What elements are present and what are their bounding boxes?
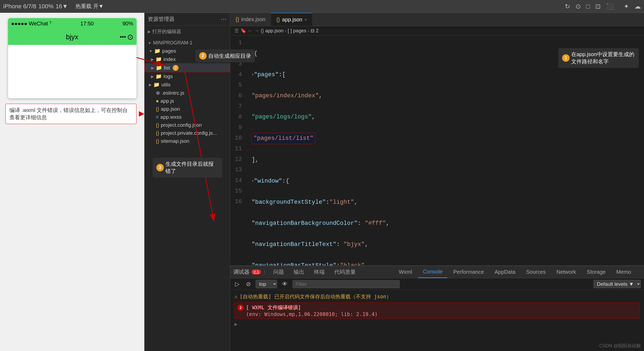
tab-sources[interactable]: Sources bbox=[521, 266, 551, 278]
explorer-menu-icon[interactable]: ⋯ bbox=[221, 16, 227, 23]
phone-content bbox=[8, 45, 137, 98]
debug-stop-button[interactable]: ⊘ bbox=[244, 280, 252, 288]
screenshot-icon[interactable]: ⊡ bbox=[595, 3, 601, 10]
tree-item-index[interactable]: ▶ 📁 index bbox=[145, 55, 230, 63]
sitemap-label: sitemap.json bbox=[161, 138, 190, 144]
scale-label: 100% bbox=[39, 3, 54, 10]
fullscreen-icon[interactable]: ⬛ bbox=[606, 3, 614, 10]
code-line-5: "pages/list/list" bbox=[252, 133, 639, 144]
nav-more: ••• ⊙ bbox=[120, 33, 133, 41]
inspect-icon[interactable]: ✦ bbox=[624, 3, 629, 10]
phone-icon[interactable]: □ bbox=[586, 3, 590, 10]
tab-index-json-icon: {} bbox=[236, 16, 239, 22]
code-line-6: ], bbox=[252, 155, 639, 165]
debugger-sub-tabs: Wxml Console Performance AppData Sources… bbox=[389, 266, 641, 278]
debug-context-select[interactable]: top bbox=[256, 280, 277, 288]
debug-tab-terminal[interactable]: 终端 bbox=[309, 266, 329, 278]
debug-log-warn: ⚠ [自动热重载] 已开启代码文件保存后自动热重载（不支持 json） bbox=[234, 292, 640, 301]
tab-index-json[interactable]: {} index.json bbox=[230, 13, 271, 26]
tree-item-projectprivate[interactable]: {} project.private.config.js... bbox=[145, 129, 230, 137]
tree-item-eslintrc[interactable]: ⊕ .eslintrc.js bbox=[145, 89, 230, 97]
error-line1: [ WXML 文件编译错误] bbox=[246, 304, 301, 311]
debug-level-select[interactable]: Default levels ▼ bbox=[593, 280, 641, 288]
tab-close-icon[interactable]: × bbox=[304, 17, 307, 22]
tab-appdata[interactable]: AppData bbox=[490, 266, 520, 278]
index-label: 16▼ bbox=[56, 3, 68, 10]
tree-item-projectconfig[interactable]: {} project.config.json bbox=[145, 121, 230, 129]
error-line2: (env: Windows,mp,1.06.2208010; lib: 2.19… bbox=[246, 311, 637, 317]
eslintrc-label: .eslintrc.js bbox=[162, 90, 184, 96]
error-text: 编译 .wxml 文件错误，错误信息如上，可在控制台查看更详细信息 bbox=[9, 107, 128, 120]
code-line-3: "pages/index/index", bbox=[252, 91, 639, 101]
project-chevron: ▼ bbox=[148, 41, 151, 45]
tab-wxml[interactable]: Wxml bbox=[394, 266, 417, 278]
code-line-1: ▾{ bbox=[252, 48, 639, 59]
tab-storage[interactable]: Storage bbox=[582, 266, 610, 278]
tab-network[interactable]: Network bbox=[552, 266, 581, 278]
status-left: ●●●●● WeChat ᵀ bbox=[11, 20, 52, 27]
debug-content: ⚠ [自动热重载] 已开启代码文件保存后自动热重载（不支持 json） 2 [ … bbox=[230, 290, 644, 351]
utils-label: utils bbox=[161, 82, 171, 88]
appjson-label: app.json bbox=[161, 106, 180, 112]
debug-panel: 调试器 2,1 | 问题 输出 终端 代码质量 Wxml Console Per… bbox=[230, 265, 644, 351]
project-root[interactable]: ▼ MINIPROGRAM-1 bbox=[145, 39, 230, 47]
status-right: 90% bbox=[122, 21, 133, 27]
debugger-label: 调试器 bbox=[233, 268, 249, 276]
hotreload-button[interactable]: 热重载 开▼ bbox=[75, 3, 104, 10]
logs-chevron: ▶ bbox=[151, 74, 154, 79]
index-chevron: ▶ bbox=[151, 57, 154, 61]
tab-console[interactable]: Console bbox=[418, 266, 447, 278]
refresh-icon[interactable]: ↻ bbox=[565, 3, 570, 10]
tab-performance[interactable]: Performance bbox=[448, 266, 489, 278]
pages-chevron: ▼ bbox=[149, 49, 153, 53]
tree-item-sitemap[interactable]: {} sitemap.json bbox=[145, 137, 230, 145]
debug-toolbar: ▷ ⊘ top 👁 Default levels ▼ bbox=[230, 278, 644, 290]
tree-item-pages[interactable]: ▼ 📁 pages bbox=[145, 47, 230, 55]
code-line-11: "navigationBarTextStyle":"black" bbox=[252, 260, 639, 265]
debug-filter-input[interactable] bbox=[293, 280, 400, 288]
nav-title: bjyx bbox=[66, 33, 78, 41]
tree-item-list[interactable]: ▶ 📁 list 2 bbox=[145, 63, 230, 72]
explorer-panel: 资源管理器 ⋯ ▶ 打开的编辑器 ▼ MINIPROGRAM-1 ▼ 📁 pag… bbox=[145, 13, 230, 351]
tree-item-appwxss[interactable]: ≡ app.wxss bbox=[145, 113, 230, 121]
breadcrumb-bookmark-icon[interactable]: 🔖 bbox=[240, 28, 246, 34]
sitemap-file-icon: {} bbox=[156, 138, 159, 144]
tree-item-appjs[interactable]: ● app.js bbox=[145, 97, 230, 105]
error-badge: 2 bbox=[237, 304, 244, 311]
debug-tab-quality[interactable]: 代码质量 bbox=[329, 266, 361, 278]
utils-chevron: ▶ bbox=[149, 83, 152, 87]
explorer-header: 资源管理器 ⋯ bbox=[145, 13, 230, 26]
breadcrumb-menu-icon[interactable]: ☰ bbox=[234, 28, 239, 34]
phone-status-bar: ●●●●● WeChat ᵀ 17:50 90% bbox=[8, 18, 137, 29]
debug-log-error: 2 [ WXML 文件编译错误] (env: Windows,mp,1.06.2… bbox=[234, 302, 640, 319]
phone-frame: ●●●●● WeChat ᵀ 17:50 90% bjyx ••• ⊙ bbox=[8, 18, 137, 98]
editor-breadcrumb: ☰ 🔖 ← → {} app.json › [ ] pages › ⊟ 2 bbox=[230, 26, 644, 36]
phone-nav-bar: bjyx ••• ⊙ bbox=[8, 29, 137, 45]
tab-app-json[interactable]: {} app.json × bbox=[271, 13, 312, 26]
debug-run-button[interactable]: ▷ bbox=[233, 280, 241, 288]
phone-panel: ●●●●● WeChat ᵀ 17:50 90% bjyx ••• ⊙ 编译 .… bbox=[0, 13, 145, 351]
debug-eye-button[interactable]: 👁 bbox=[280, 280, 289, 288]
explorer-title: 资源管理器 bbox=[148, 16, 175, 23]
tree-item-utils[interactable]: ▶ 📁 utils bbox=[145, 80, 230, 89]
device-label: iPhone 6/7/8 bbox=[3, 3, 36, 10]
cloud-icon[interactable]: ☁ bbox=[634, 3, 641, 10]
debug-tab-issues[interactable]: 问题 bbox=[268, 266, 289, 278]
breadcrumb-back-icon[interactable]: ← bbox=[248, 28, 253, 34]
tab-memo[interactable]: Memo bbox=[611, 266, 636, 278]
record-icon[interactable]: ⊙ bbox=[575, 3, 581, 10]
explorer-section-open: ▶ 打开的编辑器 bbox=[145, 26, 230, 37]
code-content: ▾{ ▾ "pages":[ "pages/index/index", "pag… bbox=[246, 36, 644, 265]
explorer-tree: ▼ 📁 pages ▶ 📁 index ▶ 📁 list 2 bbox=[145, 47, 230, 145]
breadcrumb-forward-icon[interactable]: → bbox=[254, 28, 259, 34]
debug-tab-output[interactable]: 输出 bbox=[289, 266, 309, 278]
device-selector[interactable]: iPhone 6/7/8 100% 16▼ bbox=[3, 3, 68, 10]
code-line-2: ▾ "pages":[ bbox=[252, 70, 639, 80]
tab-app-json-label: app.json bbox=[282, 17, 302, 23]
tree-item-logs[interactable]: ▶ 📁 logs bbox=[145, 72, 230, 80]
warn-icon: ⚠ bbox=[234, 293, 237, 299]
main-area: ●●●●● WeChat ᵀ 17:50 90% bjyx ••• ⊙ 编译 .… bbox=[0, 13, 644, 351]
section-open-editors[interactable]: ▶ 打开的编辑器 bbox=[145, 27, 230, 36]
tree-item-appjson[interactable]: {} app.json bbox=[145, 105, 230, 113]
code-line-4: "pages/logs/logs", bbox=[252, 112, 639, 122]
